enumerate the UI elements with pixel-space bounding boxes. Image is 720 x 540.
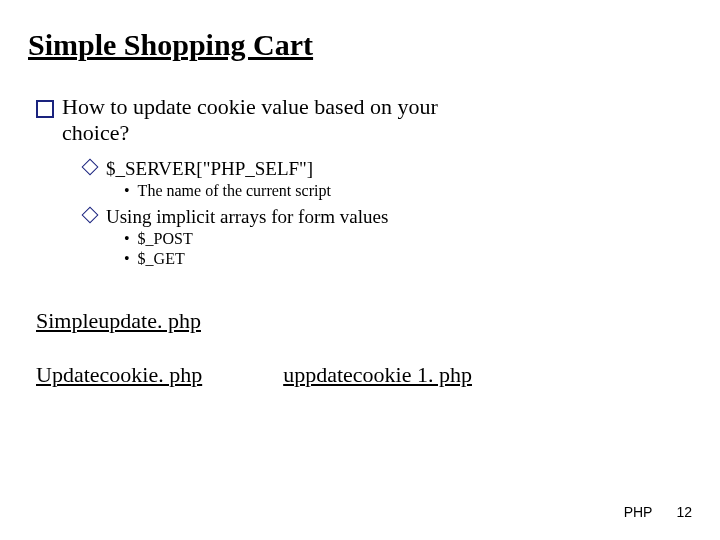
link-simpleupdate[interactable]: Simpleupdate. php xyxy=(36,308,692,334)
sub-text: Using implicit arrays for form values xyxy=(106,206,388,227)
slide-title: Simple Shopping Cart xyxy=(28,28,692,62)
footer-label: PHP xyxy=(624,504,653,520)
links-row: Updatecookie. php uppdatecookie 1. php xyxy=(36,362,692,388)
diamond-bullet-icon xyxy=(82,207,99,224)
subsub-post: $_POST xyxy=(124,230,692,248)
bullet-line2: choice? xyxy=(62,120,129,145)
bullet-text: How to update cookie value based on your… xyxy=(62,94,438,146)
bullet-line1: How to update cookie value based on your xyxy=(62,94,438,119)
page-number: 12 xyxy=(676,504,692,520)
square-bullet-icon xyxy=(36,100,54,118)
slide-footer: PHP12 xyxy=(624,504,692,520)
bullet-how-update: How to update cookie value based on your… xyxy=(36,94,692,146)
sub-server-phpself: $_SERVER["PHP_SELF"] xyxy=(84,158,692,180)
subsub-get: $_GET xyxy=(124,250,692,268)
link-uppdatecookie1[interactable]: uppdatecookie 1. php xyxy=(283,362,472,387)
link-updatecookie[interactable]: Updatecookie. php xyxy=(36,362,202,387)
subsub-current-script: The name of the current script xyxy=(124,182,692,200)
sub-text: $_SERVER["PHP_SELF"] xyxy=(106,158,313,179)
sub-implicit-arrays: Using implicit arrays for form values xyxy=(84,206,692,228)
diamond-bullet-icon xyxy=(82,159,99,176)
